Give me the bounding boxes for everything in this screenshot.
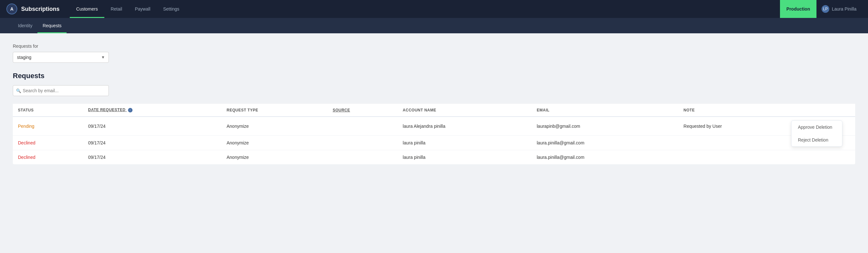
nav-links: Customers Retail Paywall Settings [70, 0, 780, 18]
col-actions [802, 104, 855, 117]
nav-right: Production LP Laura Pinilla [780, 0, 862, 18]
cell-date: 09/17/24 [83, 136, 221, 150]
cell-status: Declined [13, 150, 83, 165]
subnav-identity[interactable]: Identity [13, 18, 37, 33]
col-status: STATUS [13, 104, 83, 117]
table-row: Declined 09/17/24 Anonymize laura pinill… [13, 150, 855, 165]
user-area[interactable]: LP Laura Pinilla [816, 5, 862, 13]
nav-paywall[interactable]: Paywall [129, 0, 157, 18]
requests-for-label: Requests for [13, 44, 855, 49]
cell-date: 09/17/24 [83, 150, 221, 165]
cell-request-type: Anonymize [221, 136, 328, 150]
col-source[interactable]: SOURCE [328, 104, 398, 117]
production-badge[interactable]: Production [780, 0, 816, 18]
cell-source [328, 117, 398, 136]
cell-email: laura.pinilla@gmail.com [532, 150, 679, 165]
cell-account-name: laura pinilla [398, 136, 532, 150]
user-name: Laura Pinilla [832, 6, 857, 11]
approve-deletion-item[interactable]: Approve Deletion [792, 121, 842, 134]
subnav-requests[interactable]: Requests [37, 18, 67, 33]
col-date-requested[interactable]: DATE REQUESTED ↑ [83, 104, 221, 117]
search-icon: 🔍 [16, 88, 21, 93]
logo-area: A Subscriptions [6, 3, 60, 15]
table-row: Pending 09/17/24 Anonymize laura Alejand… [13, 117, 855, 136]
nav-settings[interactable]: Settings [157, 0, 186, 18]
col-account-name: ACCOUNT NAME [398, 104, 532, 117]
table-row: Declined 09/17/24 Anonymize laura pinill… [13, 136, 855, 150]
context-menu: Approve Deletion Reject Deletion [791, 120, 842, 147]
app-title: Subscriptions [21, 6, 60, 12]
cell-status: Declined [13, 136, 83, 150]
cell-account-name: laura Alejandra pinilla [398, 117, 532, 136]
cell-note: Requested by User [679, 117, 802, 136]
col-email: EMAIL [532, 104, 679, 117]
cell-source [328, 136, 398, 150]
cell-date: 09/17/24 [83, 117, 221, 136]
col-request-type: REQUEST TYPE [221, 104, 328, 117]
nav-customers[interactable]: Customers [70, 0, 104, 18]
cell-request-type: Anonymize [221, 117, 328, 136]
sub-nav: Identity Requests [0, 18, 868, 33]
reject-deletion-item[interactable]: Reject Deletion [792, 134, 842, 146]
user-avatar: LP [822, 5, 829, 13]
cell-source [328, 150, 398, 165]
requests-section-title: Requests [13, 72, 855, 80]
cell-request-type: Anonymize [221, 150, 328, 165]
app-logo: A [6, 3, 17, 15]
cell-note [679, 136, 802, 150]
requests-table: STATUS DATE REQUESTED ↑ REQUEST TYPE SOU… [13, 104, 855, 164]
search-input[interactable] [13, 85, 109, 96]
sort-icon: ↑ [128, 108, 132, 112]
cell-account-name: laura pinilla [398, 150, 532, 165]
cell-actions [802, 150, 855, 165]
environment-select-wrapper: staging production ▼ [13, 52, 109, 63]
main-content: Requests for staging production ▼ Reques… [0, 33, 868, 174]
environment-select[interactable]: staging production [13, 52, 109, 63]
requests-table-container: STATUS DATE REQUESTED ↑ REQUEST TYPE SOU… [13, 104, 855, 164]
cell-note [679, 150, 802, 165]
col-note: NOTE [679, 104, 802, 117]
cell-email: laurapinb@gmail.com [532, 117, 679, 136]
search-wrapper: 🔍 [13, 85, 109, 96]
table-header-row: STATUS DATE REQUESTED ↑ REQUEST TYPE SOU… [13, 104, 855, 117]
cell-email: laura.pinilla@gmail.com [532, 136, 679, 150]
cell-status: Pending [13, 117, 83, 136]
nav-retail[interactable]: Retail [104, 0, 129, 18]
top-nav: A Subscriptions Customers Retail Paywall… [0, 0, 868, 18]
